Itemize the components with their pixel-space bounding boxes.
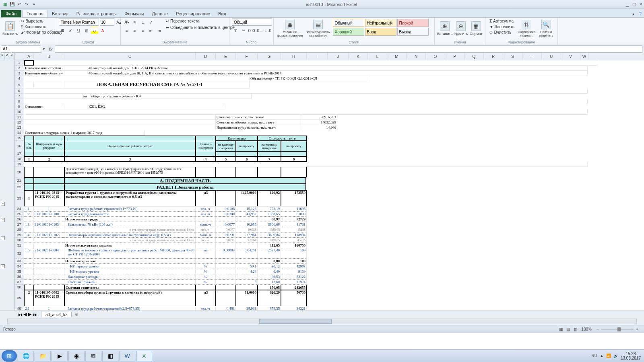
cell[interactable]: НР второго уровня bbox=[64, 269, 196, 274]
row-header[interactable]: 8 bbox=[14, 99, 24, 104]
col-header[interactable]: G bbox=[258, 53, 281, 60]
col-header[interactable]: K bbox=[349, 53, 368, 60]
font-color-button[interactable]: A bbox=[99, 27, 106, 34]
outline-toggle[interactable]: − bbox=[1, 236, 5, 240]
cell[interactable]: маш.-ч bbox=[196, 222, 216, 227]
row-header[interactable]: 14 bbox=[14, 130, 24, 136]
autosum-button[interactable]: ΣАвтосумма bbox=[488, 19, 516, 24]
col-header[interactable]: O bbox=[426, 53, 445, 60]
cell[interactable]: 6 bbox=[236, 156, 258, 162]
cell[interactable]: 109 bbox=[281, 259, 307, 264]
cell[interactable]: 1 bbox=[24, 156, 34, 162]
cell[interactable]: 0,0077 bbox=[216, 227, 236, 232]
cell[interactable]: Нормативная трудоемкость, тыс. чел-ч bbox=[216, 125, 301, 130]
clear-button[interactable]: ◇Очистить bbox=[488, 30, 516, 35]
cell[interactable]: 90916,353 bbox=[301, 115, 337, 120]
cell[interactable]: 878,35 bbox=[258, 306, 281, 311]
style-neutral[interactable]: Нейтральный bbox=[365, 19, 396, 27]
cell[interactable]: Экскаваторы одноковшовые дизельные на гу… bbox=[64, 232, 196, 238]
maximize-icon[interactable]: ▢ bbox=[632, 2, 636, 6]
row-header[interactable]: 21 bbox=[14, 177, 24, 184]
cell[interactable]: 11-010102-0313 РСНБ РК 2015 bbox=[34, 190, 64, 206]
cell[interactable]: 170,05 bbox=[258, 285, 281, 290]
style-output[interactable]: Вывод bbox=[397, 28, 429, 36]
cell[interactable]: 0,0106 bbox=[216, 206, 236, 212]
row-header[interactable]: 36 bbox=[14, 274, 24, 280]
cell[interactable]: 59,1 bbox=[236, 264, 258, 269]
cell[interactable]: Наименование объекта - bbox=[24, 71, 64, 76]
cell[interactable]: 40-квартирный жилой дом для IВ, IIА, IIВ… bbox=[64, 71, 588, 76]
taskbar-app[interactable]: ◧ bbox=[102, 351, 118, 361]
tray-flag-icon[interactable]: ▲ bbox=[600, 354, 604, 358]
cell[interactable]: 3 bbox=[64, 156, 196, 162]
cell[interactable]: 109 bbox=[281, 248, 307, 259]
tab-review[interactable]: Рецензирование bbox=[172, 10, 214, 17]
save-icon[interactable]: 💾 bbox=[9, 1, 15, 8]
cell[interactable]: Накладные расходы bbox=[64, 274, 196, 280]
cell[interactable]: 17974 bbox=[281, 280, 307, 285]
cell[interactable]: Итого оплата труда: bbox=[64, 217, 196, 222]
align-middle-icon[interactable]: ≡ bbox=[131, 19, 138, 26]
col-header[interactable]: C bbox=[64, 53, 196, 60]
col-header[interactable]: T bbox=[522, 53, 542, 60]
cell[interactable]: 118994 bbox=[281, 232, 307, 238]
style-input[interactable]: Ввод bbox=[365, 28, 396, 36]
col-header[interactable]: A bbox=[24, 53, 34, 60]
row-header[interactable]: 17 bbox=[14, 151, 24, 156]
cell[interactable]: 0,481 bbox=[216, 306, 236, 311]
cell[interactable]: 172559 bbox=[281, 190, 307, 206]
cell[interactable]: 36,53 bbox=[258, 274, 281, 280]
zoom-level[interactable]: 100% bbox=[581, 327, 592, 331]
cell[interactable]: 6,40 bbox=[258, 269, 281, 274]
outline-toggle[interactable]: + bbox=[1, 264, 5, 268]
row-header[interactable]: 30 bbox=[14, 238, 24, 243]
row-header[interactable]: 9 bbox=[14, 104, 24, 109]
cell[interactable]: Затраты труда машинистов bbox=[64, 212, 196, 217]
col-header[interactable]: S bbox=[503, 53, 522, 60]
align-bottom-icon[interactable]: ⤓ bbox=[139, 19, 147, 26]
row-header[interactable]: 11 bbox=[14, 115, 24, 120]
cell[interactable]: % bbox=[196, 264, 216, 269]
sheet-tab[interactable]: a0_abc4_kz bbox=[41, 312, 72, 317]
cell[interactable]: Сметная стоимость, тыс. тенге bbox=[216, 115, 301, 120]
cell[interactable]: 45775 bbox=[281, 238, 307, 243]
taskbar-outlook[interactable]: ✉ bbox=[85, 351, 101, 361]
sheet-nav-last-icon[interactable]: ⏭ bbox=[33, 312, 37, 317]
help-icon[interactable]: ? bbox=[637, 10, 644, 17]
outline-controls[interactable]: 123 − − − + bbox=[0, 53, 14, 311]
cell[interactable]: м3 bbox=[196, 290, 216, 306]
cell[interactable]: 2.1 bbox=[24, 306, 34, 311]
cell[interactable]: 2537,40 bbox=[258, 248, 281, 259]
cell[interactable]: ... bbox=[236, 274, 258, 280]
cell[interactable]: 8 bbox=[236, 280, 258, 285]
cell[interactable]: 1.5 bbox=[24, 248, 34, 259]
cell[interactable]: в т.ч. затраты труда машинистов, экипаж … bbox=[64, 238, 196, 243]
row-header[interactable]: 13 bbox=[14, 125, 24, 130]
cell[interactable]: КЖ1, КЖ2 bbox=[64, 104, 225, 109]
align-right-icon[interactable]: ≡ bbox=[139, 27, 147, 34]
align-left-icon[interactable]: ≡ bbox=[123, 27, 130, 34]
fill-button[interactable]: ▼Заполнить bbox=[488, 24, 516, 29]
cell[interactable]: 1388,65 bbox=[258, 238, 281, 243]
row-header[interactable]: 40 bbox=[14, 306, 24, 311]
row-header[interactable]: 4 bbox=[14, 76, 24, 81]
sheet-nav-first-icon[interactable]: ⏮ bbox=[18, 312, 22, 317]
row-header[interactable]: 10 bbox=[14, 109, 24, 115]
col-header[interactable]: H bbox=[281, 53, 307, 60]
cell[interactable]: 9139 bbox=[281, 269, 307, 274]
cell[interactable]: 21-010201-0604 bbox=[34, 248, 64, 259]
cell[interactable]: % bbox=[196, 280, 216, 285]
select-all-corner[interactable] bbox=[14, 53, 24, 60]
tray-volume-icon[interactable]: 🔊 bbox=[613, 354, 618, 358]
col-header[interactable]: J bbox=[328, 53, 349, 60]
cell[interactable]: 0,04281 bbox=[236, 248, 258, 259]
row-header[interactable]: 31 bbox=[14, 243, 24, 248]
outline-toggle[interactable]: − bbox=[1, 202, 5, 206]
cell[interactable]: 1 bbox=[34, 306, 64, 311]
tab-formulas[interactable]: Формулы bbox=[121, 10, 148, 17]
tab-layout[interactable]: Разметка страницы bbox=[72, 10, 121, 17]
col-header[interactable]: B bbox=[34, 53, 64, 60]
taskbar-explorer[interactable]: 📁 bbox=[35, 351, 51, 361]
cell[interactable]: 0,0308 bbox=[216, 212, 236, 217]
cell[interactable]: Объект номер - ТП РК 40 ЖД -2.1-2011-СД bbox=[250, 76, 370, 81]
